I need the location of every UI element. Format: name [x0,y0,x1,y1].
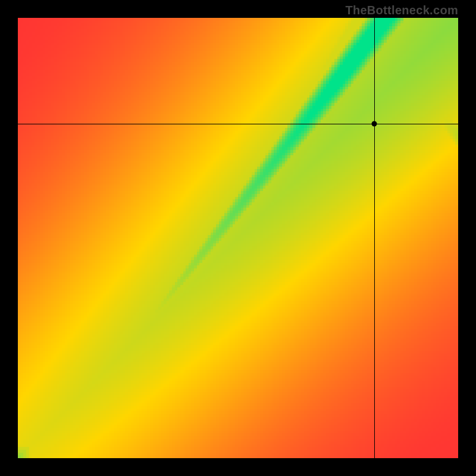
watermark-text: TheBottleneck.com [345,4,458,17]
crosshair-horizontal [18,124,458,124]
crosshair-vertical [374,18,375,458]
marker-dot [372,121,377,126]
chart-frame: TheBottleneck.com [0,0,476,476]
heatmap-canvas [18,18,458,458]
